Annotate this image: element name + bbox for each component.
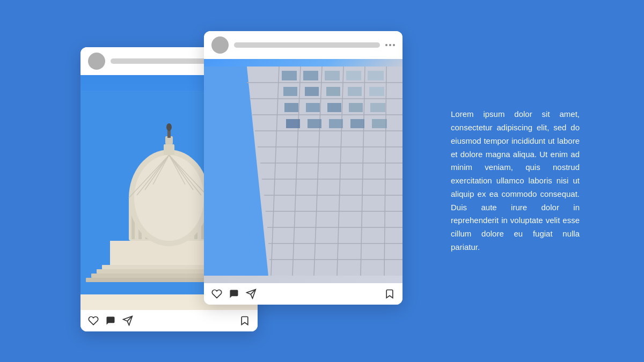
svg-rect-66 bbox=[348, 87, 362, 96]
card-footer-front bbox=[204, 283, 402, 305]
svg-rect-59 bbox=[303, 71, 318, 80]
comment-icon-back[interactable] bbox=[105, 315, 116, 326]
building-photo bbox=[204, 59, 402, 283]
lorem-ipsum-text: Lorem ipsum dolor sit amet, consectetur … bbox=[451, 108, 580, 254]
svg-rect-62 bbox=[368, 71, 384, 80]
send-icon-back[interactable] bbox=[122, 315, 133, 326]
svg-rect-69 bbox=[306, 103, 320, 112]
card-image-front bbox=[204, 59, 402, 283]
avatar-back bbox=[88, 53, 105, 70]
svg-rect-75 bbox=[329, 119, 343, 128]
more-options-front[interactable] bbox=[385, 44, 395, 46]
svg-rect-70 bbox=[327, 103, 341, 112]
card-footer-back bbox=[80, 310, 258, 331]
svg-rect-63 bbox=[283, 87, 297, 96]
main-container: Lorem ipsum dolor sit amet, consectetur … bbox=[0, 0, 644, 362]
svg-rect-76 bbox=[350, 119, 364, 128]
svg-rect-71 bbox=[349, 103, 363, 112]
card-front bbox=[204, 31, 402, 305]
bookmark-icon-back[interactable] bbox=[239, 315, 250, 326]
svg-rect-64 bbox=[305, 87, 319, 96]
cards-area bbox=[54, 15, 440, 348]
dot5 bbox=[389, 44, 391, 46]
svg-point-28 bbox=[166, 123, 172, 131]
username-bar-front bbox=[234, 42, 380, 48]
dot6 bbox=[393, 44, 395, 46]
bookmark-icon-front[interactable] bbox=[384, 289, 395, 299]
svg-rect-72 bbox=[370, 103, 385, 112]
svg-rect-58 bbox=[282, 71, 297, 80]
comment-icon-front[interactable] bbox=[229, 289, 239, 299]
card-header-front bbox=[204, 31, 402, 59]
avatar-front bbox=[211, 36, 229, 54]
svg-rect-68 bbox=[284, 103, 298, 112]
svg-rect-67 bbox=[369, 87, 384, 96]
svg-point-16 bbox=[134, 155, 204, 241]
svg-rect-74 bbox=[308, 119, 321, 128]
svg-rect-73 bbox=[286, 119, 300, 128]
svg-marker-39 bbox=[247, 67, 402, 276]
svg-rect-25 bbox=[164, 144, 174, 155]
text-area: Lorem ipsum dolor sit amet, consectetur … bbox=[440, 108, 590, 254]
footer-icons-back bbox=[88, 315, 239, 326]
svg-rect-65 bbox=[326, 87, 340, 96]
heart-icon-back[interactable] bbox=[88, 315, 99, 326]
dot4 bbox=[385, 44, 387, 46]
svg-rect-77 bbox=[372, 119, 387, 128]
svg-rect-60 bbox=[325, 71, 340, 80]
svg-rect-61 bbox=[346, 71, 361, 80]
footer-icons-front bbox=[211, 289, 384, 299]
send-icon-front[interactable] bbox=[246, 289, 257, 299]
heart-icon-front[interactable] bbox=[211, 289, 222, 299]
